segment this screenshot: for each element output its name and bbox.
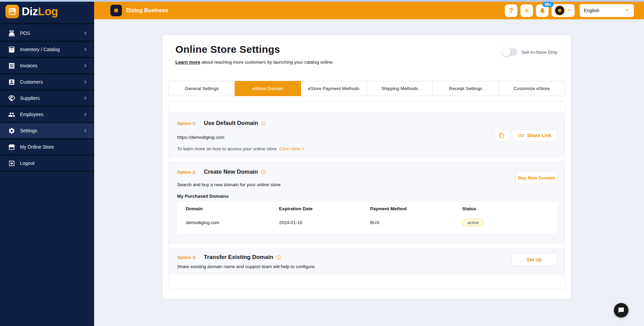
status-badge: active [462, 219, 484, 226]
option-create-new-domain: Option 2: Create New Domain Buy New Doma… [169, 161, 564, 244]
language-value: English [584, 8, 599, 13]
chevron-right-icon [83, 95, 88, 101]
default-domain-url: https://demodiglog.com [177, 135, 224, 140]
info-icon[interactable] [276, 255, 281, 260]
info-icon[interactable] [261, 121, 266, 126]
option2-description: Search and buy a new domain for your onl… [177, 182, 280, 187]
online-store-settings-card: Online Store Settings Learn more about r… [163, 35, 571, 299]
chevron-right-icon [83, 63, 88, 68]
buy-new-domain-button[interactable]: Buy New Domain [516, 171, 558, 184]
sidebar-item-invoices[interactable]: Invoices [0, 58, 94, 73]
learn-access-text: To learn more on how to access your onli… [177, 146, 277, 151]
chat-widget-button[interactable] [614, 303, 628, 318]
chevron-right-icon [83, 79, 88, 85]
option1-heading: Option 1: Use Default Domain [177, 120, 266, 127]
sidebar-item-label: Logout [20, 160, 35, 166]
brand-wordmark: DizLog [22, 5, 58, 18]
sidebar-item-logout[interactable]: Logout [0, 156, 94, 171]
customer-icon [8, 79, 15, 86]
settings-tabs: General Settings eStore Domain eStore Pa… [169, 81, 565, 96]
option1-title: Use Default Domain [204, 120, 258, 127]
tab-general-settings[interactable]: General Settings [169, 81, 235, 96]
chat-bubble-icon [618, 307, 624, 313]
header-actions: ? + 99+ English [505, 4, 634, 17]
chevron-down-icon [566, 7, 572, 14]
sidebar-item-label: My Online Store [20, 144, 54, 150]
toggle-label: Sell In-Store Only [521, 50, 557, 55]
chevron-right-icon [83, 112, 88, 117]
chevron-right-icon [83, 47, 88, 52]
purchased-domains-table: Domain Expiration Date Payment Method St… [177, 202, 557, 234]
sell-in-store-toggle[interactable] [502, 48, 517, 56]
learn-access-line: To learn more on how to access your onli… [177, 146, 304, 151]
sidebar-item-label: Employees [20, 112, 43, 117]
storefront-logo-icon [5, 5, 19, 18]
sidebar-item-suppliers[interactable]: Suppliers [0, 91, 94, 106]
col-header-expiration: Expiration Date [279, 206, 370, 211]
business-avatar[interactable] [110, 5, 122, 16]
tab-estore-domain[interactable]: eStore Domain [235, 81, 301, 96]
share-link-button[interactable]: Share Link [512, 129, 557, 142]
sidebar-item-label: Customers [20, 79, 43, 85]
info-icon[interactable] [261, 170, 266, 175]
table-header-row: Domain Expiration Date Payment Method St… [186, 202, 557, 215]
help-button[interactable]: ? [505, 4, 517, 17]
option-use-default-domain: Option 1: Use Default Domain https://dem… [169, 112, 564, 158]
notifications-button[interactable]: 99+ [536, 4, 549, 17]
copy-icon [499, 133, 505, 138]
sidebar-item-label: Invoices [20, 63, 37, 68]
purchased-domains-title: My Purchased Domains [177, 194, 229, 199]
click-here-link[interactable]: Click Here > [279, 146, 304, 151]
copy-link-button[interactable] [494, 129, 509, 142]
option3-tag: Option 3: [177, 255, 196, 260]
sidebar-item-employees[interactable]: Employees [0, 107, 94, 122]
page-subtitle: Learn more about reaching more customers… [175, 60, 334, 65]
add-button[interactable]: + [520, 4, 533, 17]
top-bar: Dizlog Business ? + 99+ English [94, 2, 644, 19]
sidebar-item-pos[interactable]: POS [0, 26, 94, 41]
language-select[interactable]: English [580, 4, 634, 17]
option1-tag: Option 1: [177, 121, 196, 126]
option2-tag: Option 2: [177, 170, 196, 175]
option2-title: Create New Domain [204, 169, 258, 175]
chevron-down-icon [624, 7, 630, 14]
tab-receipt-settings[interactable]: Receipt Settings [432, 81, 499, 96]
sell-in-store-toggle-group: Sell In-Store Only [502, 48, 557, 56]
sidebar-item-label: POS [20, 30, 30, 36]
sidebar-item-label: Inventory / Catalog [20, 47, 60, 52]
user-menu-button[interactable] [552, 4, 575, 17]
tab-estore-payment-methods[interactable]: eStore Payment Methods [301, 81, 367, 96]
option3-title: Transfer Existing Domain [204, 254, 273, 261]
logout-icon [8, 160, 15, 167]
col-header-status: Status [462, 206, 557, 211]
toggle-knob [502, 47, 511, 57]
receipt-icon [8, 62, 15, 69]
learn-more-link[interactable]: Learn more [175, 60, 200, 65]
link-icon [518, 132, 524, 139]
subtitle-text: about reaching more customers by launchi… [200, 60, 334, 65]
set-up-button[interactable]: Set Up [512, 253, 557, 266]
page-title: Online Store Settings [175, 44, 280, 55]
sidebar-item-settings[interactable]: Settings [0, 123, 94, 138]
option2-heading: Option 2: Create New Domain [177, 169, 266, 175]
handshake-icon [8, 95, 15, 102]
sidebar-item-customers[interactable]: Customers [0, 74, 94, 89]
cell-expiration: 2024-01-10 [279, 220, 370, 225]
sidebar-item-label: Settings [20, 128, 37, 133]
user-avatar [555, 5, 565, 16]
share-link-label: Share Link [527, 133, 552, 138]
sidebar-item-inventory[interactable]: Inventory / Catalog [0, 42, 94, 57]
tab-shipping-methods[interactable]: Shipping Methods [366, 81, 433, 96]
tab-customize-estore[interactable]: Customize eStore [498, 81, 565, 96]
sidebar-item-my-online-store[interactable]: My Online Store [0, 139, 94, 154]
notification-badge: 99+ [542, 2, 554, 7]
group-icon [8, 111, 15, 118]
storefront-icon [8, 144, 15, 151]
chevron-right-icon [83, 30, 88, 36]
app-logo[interactable]: DizLog [0, 0, 94, 24]
table-row: demodiglog.com 2024-01-10 BUX active [186, 215, 557, 230]
business-name: Dizlog Business [126, 7, 168, 14]
gear-icon [8, 127, 15, 134]
estore-domain-panel: Option 1: Use Default Domain https://dem… [169, 101, 565, 289]
pos-icon [8, 30, 15, 37]
